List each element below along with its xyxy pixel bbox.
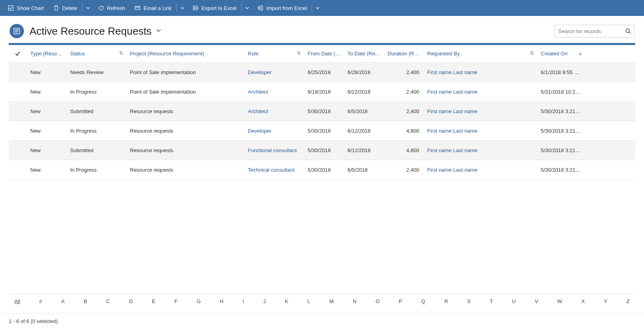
import-excel-dropdown[interactable] [312,0,323,16]
cell-role-link[interactable]: Developer [244,69,304,75]
alpha-v[interactable]: V [535,298,538,304]
grid-body: New Needs Review Point of Sale implement… [9,63,635,180]
cell-role-link[interactable]: Developer [244,128,304,134]
alpha-r[interactable]: R [444,298,448,304]
cell-duration: 2,400 [383,108,423,114]
alpha-u[interactable]: U [512,298,516,304]
col-type[interactable]: Type (Reso… [26,51,66,57]
show-chart-label: Show Chart [17,5,44,11]
alpha-i[interactable]: I [243,298,244,304]
alpha-s[interactable]: S [467,298,471,304]
alpha-e[interactable]: E [152,298,155,304]
alpha-h[interactable]: H [220,298,224,304]
view-selector-dropdown[interactable] [155,27,162,35]
grid: Type (Reso… Status Project (Resource Req… [0,43,644,180]
table-row[interactable]: New Submitted Resource requests Function… [9,141,635,160]
cell-requested-by-link[interactable]: First name Last name [423,108,537,114]
cell-created-on: 5/31/2018 10:2… [537,89,585,95]
cell-requested-by-link[interactable]: First name Last name [423,167,537,173]
cell-project: Resource requests [126,167,244,173]
select-all-column[interactable] [9,51,26,57]
cell-type: New [26,128,66,134]
export-excel-button[interactable]: Export to Excel [188,0,241,16]
cell-requested-by-link[interactable]: First name Last name [423,128,537,134]
alpha-all[interactable]: All [14,298,20,304]
cell-duration: 2,400 [383,69,423,75]
cell-from-date: 6/25/2018 [304,69,344,75]
chart-icon [8,5,14,11]
cell-role-link[interactable]: Functional consultant [244,147,304,153]
alpha-w[interactable]: W [558,298,562,304]
cell-project: Resource requests [126,108,244,114]
alpha-f[interactable]: F [175,298,178,304]
cell-project: Resource requests [126,128,244,134]
col-to-date[interactable]: To Date (Re… [344,51,383,57]
alpha-b[interactable]: B [84,298,87,304]
show-chart-button[interactable]: Show Chart [3,0,49,16]
cell-requested-by-link[interactable]: First name Last name [423,89,537,95]
table-row[interactable]: New In Progress Resource requests Develo… [9,121,635,141]
cell-role-link[interactable]: Architect [244,108,304,114]
alpha-y[interactable]: Y [604,298,607,304]
col-from-date[interactable]: From Date (… [304,51,344,57]
col-status[interactable]: Status [66,51,126,57]
cell-status: In Progress [66,89,126,95]
cell-to-date: 6/5/2018 [344,108,383,114]
refresh-button[interactable]: Refresh [94,0,130,16]
cell-from-date: 5/30/2018 [304,167,344,173]
search-input[interactable] [558,28,625,34]
title-left: Active Resource Requests [10,24,162,38]
cell-from-date: 5/30/2018 [304,128,344,134]
alpha-#[interactable]: # [39,298,42,304]
alpha-q[interactable]: Q [421,298,425,304]
alpha-p[interactable]: P [399,298,402,304]
check-icon [15,51,20,57]
cell-status: Needs Review [66,69,126,75]
alpha-m[interactable]: M [329,298,334,304]
chevron-down-icon [315,6,320,10]
col-created-on[interactable]: Created On [537,51,585,57]
cell-requested-by-link[interactable]: First name Last name [423,147,537,153]
col-role[interactable]: Role [244,51,304,57]
import-excel-button[interactable]: Import from Excel [253,0,312,16]
col-duration[interactable]: Duration (R… [383,51,423,57]
delete-label: Delete [62,5,77,11]
alpha-c[interactable]: C [106,298,110,304]
cell-type: New [26,147,66,153]
cell-duration: 2,400 [383,167,423,173]
table-row[interactable]: New In Progress Point of Sale implementa… [9,82,635,102]
cell-role-link[interactable]: Technical consultant [244,167,304,173]
alpha-a[interactable]: A [61,298,65,304]
export-excel-dropdown[interactable] [242,0,253,16]
search-icon[interactable] [625,28,631,34]
email-link-button[interactable]: Email a Link [130,0,177,16]
alpha-o[interactable]: O [375,298,379,304]
alpha-n[interactable]: N [353,298,356,304]
status-bar: 1 - 6 of 6 (0 selected) [0,313,644,329]
table-row[interactable]: New Submitted Resource requests Architec… [9,102,635,121]
cell-role-link[interactable]: Architect [244,89,304,95]
col-requested-by[interactable]: Requested By [423,51,537,57]
alpha-t[interactable]: T [490,298,493,304]
alpha-g[interactable]: G [197,298,201,304]
alpha-l[interactable]: L [307,298,310,304]
alpha-x[interactable]: X [581,298,585,304]
table-row[interactable]: New In Progress Resource requests Techni… [9,160,635,180]
alpha-k[interactable]: K [285,298,289,304]
email-link-dropdown[interactable] [177,0,188,16]
cell-created-on: 5/30/2018 3:21… [537,167,585,173]
col-project[interactable]: Project (Resource Requirement) [126,51,244,57]
alpha-j[interactable]: J [263,298,266,304]
delete-button[interactable]: Delete [49,0,82,16]
cell-requested-by-link[interactable]: First name Last name [423,69,537,75]
chevron-down-icon [86,6,90,10]
chevron-down-icon [245,6,249,10]
delete-dropdown[interactable] [82,0,94,16]
search-box[interactable] [555,25,634,37]
cell-created-on: 5/30/2018 3:21… [537,108,585,114]
alpha-d[interactable]: D [129,298,133,304]
alpha-z[interactable]: Z [626,298,630,304]
refresh-label: Refresh [107,5,126,11]
cell-status: Submitted [66,108,126,114]
table-row[interactable]: New Needs Review Point of Sale implement… [9,63,635,82]
